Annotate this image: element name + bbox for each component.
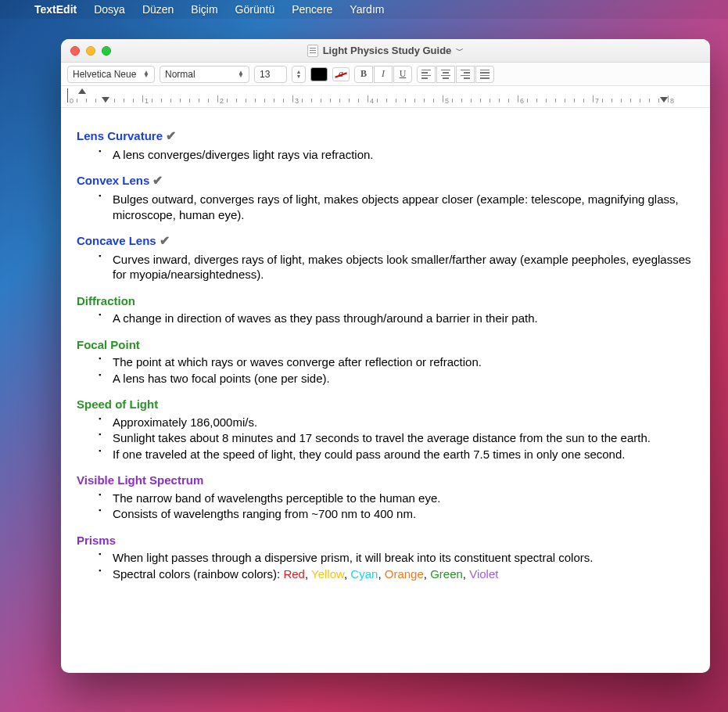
list-item[interactable]: A lens converges/diverges light rays via… xyxy=(99,147,694,163)
ruler-number: 4 xyxy=(370,97,374,105)
close-button[interactable] xyxy=(70,46,80,56)
align-center-button[interactable] xyxy=(436,66,455,83)
chevron-down-icon[interactable]: ﹀ xyxy=(456,45,464,56)
bullet-list: When light passes through a dispersive p… xyxy=(77,550,694,581)
section-heading[interactable]: Concave Lens✔ xyxy=(77,233,694,250)
list-item[interactable]: Bulges outward, converges rays of light,… xyxy=(99,192,694,222)
section: Focal PointThe point at which rays or wa… xyxy=(77,337,694,387)
spectral-color: Orange xyxy=(385,567,424,581)
list-item[interactable]: Spectral colors (rainbow colors): Red, Y… xyxy=(99,566,694,582)
list-item[interactable]: Consists of wavelengths ranging from ~70… xyxy=(99,506,694,522)
font-size-select[interactable]: 13 xyxy=(254,66,287,83)
alignment-group xyxy=(417,66,494,83)
font-style-select[interactable]: Normal ▲▼ xyxy=(160,66,249,83)
highlight-color-swatch[interactable]: a xyxy=(332,67,350,81)
heading-text: Diffraction xyxy=(77,294,135,307)
section: PrismsWhen light passes through a disper… xyxy=(77,533,694,582)
font-style-value: Normal xyxy=(165,69,195,80)
heading-text: Focal Point xyxy=(77,338,140,351)
ruler-number: 8 xyxy=(670,97,674,105)
menu-help[interactable]: Yardım xyxy=(350,3,384,16)
bullet-list: Curves inward, diverges rays of light, m… xyxy=(77,252,694,282)
align-right-button[interactable] xyxy=(456,66,475,83)
list-item[interactable]: Curves inward, diverges rays of light, m… xyxy=(99,252,694,282)
text-style-group: B I U xyxy=(354,66,412,83)
traffic-lights xyxy=(70,46,111,56)
section-heading[interactable]: Speed of Light xyxy=(77,397,694,412)
list-item[interactable]: Approximately 186,000mi/s. xyxy=(99,415,694,430)
align-left-button[interactable] xyxy=(417,66,436,83)
heading-text: Speed of Light xyxy=(77,397,158,411)
ruler-number: 0 xyxy=(70,97,74,105)
bullet-list: Bulges outward, converges rays of light,… xyxy=(77,192,694,222)
section-heading[interactable]: Lens Curvature✔ xyxy=(77,128,694,145)
minimize-button[interactable] xyxy=(86,46,95,56)
ruler-number: 6 xyxy=(520,97,524,105)
section-heading[interactable]: Diffraction xyxy=(77,293,694,309)
list-item[interactable]: A lens has two focal points (one per sid… xyxy=(99,371,694,387)
app-menu[interactable]: TextEdit xyxy=(34,3,77,16)
ruler[interactable]: 012345678 xyxy=(61,86,710,108)
ruler-number: 3 xyxy=(295,97,299,105)
window-title-text: Light Physics Study Guide xyxy=(323,45,452,56)
section-heading[interactable]: Visible Light Spectrum xyxy=(77,473,694,488)
bullet-list: A change in direction of waves as they p… xyxy=(77,311,694,326)
list-item[interactable]: The point at which rays or waves converg… xyxy=(99,354,694,370)
section: Convex Lens✔Bulges outward, converges ra… xyxy=(77,173,694,222)
bullet-list: A lens converges/diverges light rays via… xyxy=(77,147,694,163)
ruler-number: 7 xyxy=(595,97,599,105)
section: Speed of LightApproximately 186,000mi/s.… xyxy=(77,397,694,462)
system-menubar: TextEdit Dosya Düzen Biçim Görüntü Pence… xyxy=(0,0,728,19)
document-icon xyxy=(307,45,318,57)
list-item[interactable]: The narrow band of wavelengths perceptib… xyxy=(99,491,694,506)
align-justify-button[interactable] xyxy=(475,66,494,83)
menu-format[interactable]: Biçim xyxy=(191,3,217,16)
checkmark-icon: ✔ xyxy=(160,234,170,247)
section: Visible Light SpectrumThe narrow band of… xyxy=(77,473,694,522)
textedit-window: Light Physics Study Guide ﹀ Helvetica Ne… xyxy=(61,39,710,673)
text-color-swatch[interactable] xyxy=(310,67,328,81)
heading-text: Concave Lens xyxy=(77,234,156,247)
menu-window[interactable]: Pencere xyxy=(292,3,332,16)
heading-text: Prisms xyxy=(77,534,116,547)
document-body[interactable]: Lens Curvature✔A lens converges/diverges… xyxy=(61,108,710,673)
section-heading[interactable]: Prisms xyxy=(77,533,694,548)
heading-text: Convex Lens xyxy=(77,174,149,187)
section: DiffractionA change in direction of wave… xyxy=(77,293,694,326)
menu-file[interactable]: Dosya xyxy=(94,3,125,16)
heading-text: Visible Light Spectrum xyxy=(77,473,203,487)
ruler-number: 5 xyxy=(445,97,449,105)
section-heading[interactable]: Convex Lens✔ xyxy=(77,173,694,189)
font-size-stepper[interactable]: ▲▼ xyxy=(292,66,306,83)
list-item[interactable]: Sunlight takes about 8 minutes and 17 se… xyxy=(99,430,694,446)
bullet-list: The narrow band of wavelengths perceptib… xyxy=(77,491,694,522)
spectral-color: Cyan xyxy=(350,567,378,581)
bold-button[interactable]: B xyxy=(354,66,373,83)
ruler-number: 1 xyxy=(145,97,149,105)
spectral-color: Green xyxy=(430,567,463,581)
menu-edit[interactable]: Düzen xyxy=(142,3,174,16)
font-family-value: Helvetica Neue xyxy=(73,69,136,80)
zoom-button[interactable] xyxy=(102,46,111,56)
checkmark-icon: ✔ xyxy=(166,129,176,142)
window-title[interactable]: Light Physics Study Guide ﹀ xyxy=(307,45,464,57)
list-item[interactable]: When light passes through a dispersive p… xyxy=(99,550,694,566)
menu-view[interactable]: Görüntü xyxy=(235,3,275,16)
bullet-list: Approximately 186,000mi/s.Sunlight takes… xyxy=(77,415,694,462)
window-titlebar[interactable]: Light Physics Study Guide ﹀ xyxy=(61,39,710,63)
stepper-icon: ▲▼ xyxy=(143,71,149,77)
stepper-icon: ▲▼ xyxy=(238,71,244,77)
spectral-color: Yellow xyxy=(311,567,344,581)
list-item[interactable]: A change in direction of waves as they p… xyxy=(99,311,694,326)
font-family-select[interactable]: Helvetica Neue ▲▼ xyxy=(67,66,155,83)
italic-button[interactable]: I xyxy=(374,66,393,83)
section-heading[interactable]: Focal Point xyxy=(77,337,694,353)
underline-button[interactable]: U xyxy=(393,66,412,83)
list-item[interactable]: If one traveled at the speed of light, t… xyxy=(99,447,694,462)
font-size-value: 13 xyxy=(260,69,270,80)
spectral-color: Red xyxy=(283,567,305,581)
section: Concave Lens✔Curves inward, diverges ray… xyxy=(77,233,694,282)
bullet-list: The point at which rays or waves converg… xyxy=(77,354,694,386)
section: Lens Curvature✔A lens converges/diverges… xyxy=(77,128,694,162)
checkmark-icon: ✔ xyxy=(152,174,163,187)
